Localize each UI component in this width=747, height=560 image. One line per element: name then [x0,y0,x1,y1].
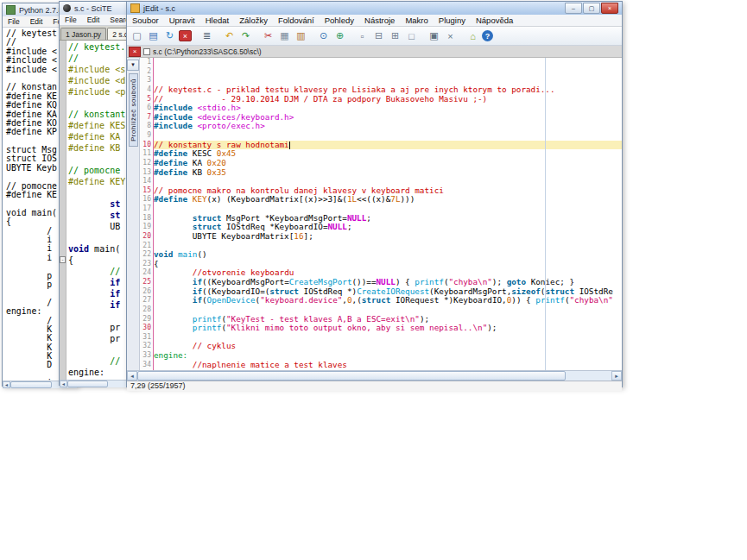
code-line: #define KB 0x35 [154,168,622,178]
line-number: 21 [140,242,151,251]
find-icon[interactable]: ⊙ [316,29,331,42]
line-number: 19 [140,223,151,232]
line-number: 4 [140,85,151,95]
wrap-guide-line [545,58,546,370]
menu-item-2[interactable]: Upravit [164,15,200,26]
home-icon[interactable]: ⌂ [465,29,480,42]
line-number: 30 [140,324,151,333]
close-button[interactable]: × [601,3,618,14]
jedit-menubar: SouborUpravitHledatZáložkyFoldováníPohle… [127,15,622,27]
scroll-right-icon[interactable]: ▸ [611,371,622,381]
menu-item-10[interactable]: Nápověda [471,15,518,26]
line-number: 17 [140,204,151,214]
menu-item-5[interactable]: Foldování [273,15,320,26]
jedit-title: jEdit - s.c [143,4,175,13]
line-number: 34 [140,361,151,370]
scite-fold-margin[interactable]: - [60,41,66,380]
line-number: 13 [140,168,151,178]
maximize-button[interactable]: ▢ [583,3,600,14]
scroll-left-icon[interactable]: ◂ [127,371,137,381]
menu-item-8[interactable]: Makro [400,15,433,26]
jedit-app-icon [130,3,140,13]
code-line: if(OpenDevice("keyboard.device",0,(struc… [154,296,622,305]
menu-item-1[interactable]: Soubor [127,15,164,26]
tools-icon[interactable]: × [443,29,458,42]
minimize-button[interactable]: – [565,3,582,14]
split-horizontal-icon[interactable]: ⊟ [371,29,386,42]
undo-icon[interactable]: ↶ [222,29,237,42]
scroll-thumb[interactable] [10,381,52,388]
toolbar-separator [193,35,198,36]
line-number: 18 [140,214,151,223]
menu-item-6[interactable]: Pohledy [320,15,359,26]
fold-marker-icon[interactable]: - [60,256,66,263]
menu-item-1[interactable]: File [3,16,25,27]
scroll-left-icon[interactable]: ◂ [3,381,10,388]
menu-item-3[interactable]: Hledat [200,15,234,26]
dock-tab-file-browser[interactable]: Prohlížeč souborů [129,73,138,147]
help-icon[interactable]: ? [482,30,493,41]
line-number: 32 [140,342,151,351]
menu-item-2[interactable]: Edit [25,16,48,27]
jedit-left-dock: ▾ Prohlížeč souborů [127,58,140,370]
scroll-thumb[interactable] [67,381,108,387]
line-number: 25 [140,278,151,287]
code-line: KeyboardIO->io_Data = KeyboardMatrix; [154,369,622,370]
desktop: Python 2.7.8 s.c FileEditFormat // keyte… [0,0,747,560]
new-file-icon[interactable]: ▢ [130,29,144,42]
line-number: 3 [140,76,151,85]
jedit-gutter: 1234567891011121314151617181920212223242… [140,58,154,370]
menu-item-1[interactable]: File [60,15,82,25]
line-number: 14 [140,177,151,186]
toolbar-separator [459,35,464,36]
jedit-status-bar: 7,29 (255/1957) [127,381,622,391]
quick-search-icon[interactable]: ▣ [427,29,441,42]
redo-icon[interactable]: ↷ [238,29,253,42]
open-folder-icon[interactable]: ▤ [146,29,161,42]
line-number: 5 [140,95,151,104]
close-buffer-icon[interactable]: × [179,30,192,41]
jedit-toolbar: ▢▤↻×≣↶↷✂▦▥⊙⊕▫⊟⊞□▣×⌂? [127,27,622,46]
copy-icon[interactable]: ▦ [277,29,292,42]
jedit-titlebar[interactable]: jEdit - s.c –▢× [127,2,622,15]
scroll-thumb[interactable] [137,371,566,381]
line-number: 22 [140,250,151,260]
line-number: 7 [140,113,151,123]
line-number: 9 [140,131,151,141]
menu-item-9[interactable]: Pluginy [434,15,471,26]
find-next-icon[interactable]: ⊕ [332,29,347,42]
cut-icon[interactable]: ✂ [261,29,275,42]
toolbar-separator [421,35,425,36]
line-number: 15 [140,186,151,196]
reload-icon[interactable]: ↻ [162,29,177,42]
code-line [154,242,622,251]
unsplit-icon[interactable]: □ [404,29,419,42]
text-caret [289,142,290,149]
split-vertical-icon[interactable]: ⊞ [388,29,402,42]
print-icon[interactable]: ≣ [199,29,214,42]
window-buttons: –▢× [565,3,618,14]
line-number: 6 [140,104,151,113]
line-number: 11 [140,149,151,159]
idle-app-icon [6,5,16,15]
menu-item-7[interactable]: Nástroje [359,15,400,26]
new-view-icon[interactable]: ▫ [355,29,370,42]
jedit-code-area[interactable]: // keytest.c - priklad testu klavesy pre… [154,58,622,370]
line-number: 2 [140,67,151,77]
menu-item-4[interactable]: Záložky [234,15,273,26]
buffer-close-icon[interactable]: × [129,47,141,57]
menu-item-2[interactable]: Edit [82,15,105,25]
line-number: 16 [140,195,151,204]
paste-icon[interactable]: ▥ [294,29,308,42]
line-number: 26 [140,287,151,297]
dock-dropdown-icon[interactable]: ▾ [127,60,139,71]
jedit-window: jEdit - s.c –▢× SouborUpravitHledatZálož… [126,1,623,387]
line-number: 8 [140,122,151,131]
scroll-left-icon[interactable]: ◂ [60,381,67,387]
scite-title: s.c - SciTE [74,4,112,13]
toolbar-separator [349,35,353,36]
buffer-state-icon [143,48,150,55]
jedit-horizontal-scrollbar[interactable]: ◂ ▸ [127,370,622,381]
code-line: UBYTE KeyboardMatrix[16]; [154,232,622,242]
tab-1-jason.py[interactable]: 1 Jason.py [60,28,106,40]
